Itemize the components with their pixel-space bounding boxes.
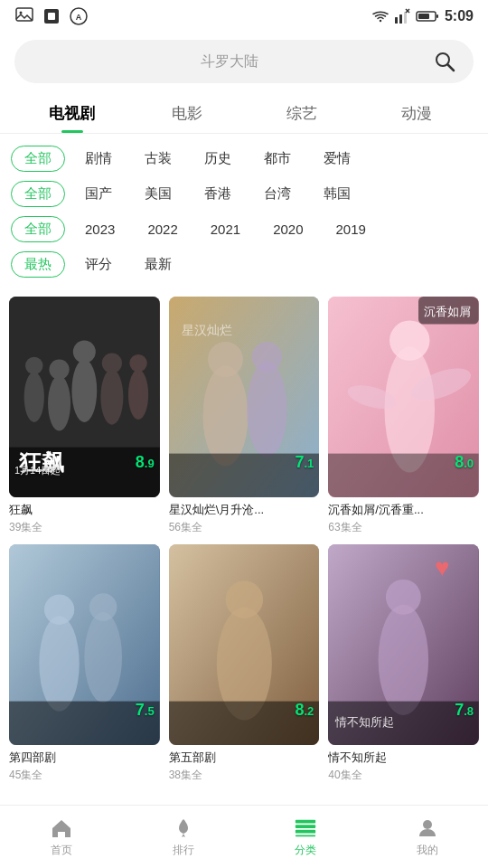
svg-rect-3 <box>48 13 55 20</box>
filter-genre-city[interactable]: 都市 <box>251 146 304 171</box>
filter-region-all[interactable]: 全部 <box>11 181 65 207</box>
filter-region-tw[interactable]: 台湾 <box>251 182 304 206</box>
search-button[interactable] <box>430 47 459 76</box>
svg-point-56 <box>386 580 421 615</box>
card-sub-6: 40集全 <box>328 768 479 783</box>
nav-item-profile[interactable]: 我的 <box>366 816 488 858</box>
filter-region-us[interactable]: 美国 <box>132 182 184 206</box>
card-rating-1: 8.9 <box>136 453 155 472</box>
svg-text:情不知所起: 情不知所起 <box>335 717 395 730</box>
filter-genre-romance[interactable]: 爱情 <box>311 146 363 171</box>
wifi-icon <box>372 8 389 24</box>
search-placeholder: 斗罗大陆 <box>29 52 430 71</box>
card-thumb-2: 星汉灿烂 7.1 <box>169 297 320 497</box>
filter-sort-rating[interactable]: 评分 <box>72 252 125 277</box>
svg-point-31 <box>208 342 243 377</box>
filter-year-all[interactable]: 全部 <box>11 216 65 242</box>
movie-card-6[interactable]: ♥ 情不知所起 7.8 情不知所起 40集全 <box>328 544 479 783</box>
profile-icon <box>416 816 439 840</box>
svg-point-33 <box>251 342 281 372</box>
movie-card-5[interactable]: 8.2 第五部剧 38集全 <box>169 544 320 783</box>
filter-section: 全部 剧情 古装 历史 都市 爱情 全部 国产 美国 香港 台湾 韩国 全部 2… <box>0 134 488 286</box>
nav-item-home[interactable]: 首页 <box>0 816 122 858</box>
movie-card-3[interactable]: 沉香如屑 8.0 沉香如屑/沉香重... 63集全 <box>328 297 479 535</box>
filter-year-2022[interactable]: 2022 <box>135 218 190 241</box>
nav-label-category: 分类 <box>295 843 316 858</box>
search-input-wrap[interactable]: 斗罗大陆 <box>14 40 474 83</box>
card-rating-5: 8.2 <box>295 701 314 720</box>
tab-movie[interactable]: 电影 <box>129 94 244 133</box>
svg-point-24 <box>102 353 122 373</box>
filter-sort-hot[interactable]: 最热 <box>11 251 65 278</box>
filter-year-2020[interactable]: 2020 <box>260 218 315 241</box>
filter-genre-drama[interactable]: 剧情 <box>72 146 125 171</box>
card-sub-2: 56集全 <box>169 520 320 535</box>
svg-point-21 <box>71 359 97 421</box>
filter-region-hk[interactable]: 香港 <box>192 182 244 206</box>
category-icon <box>294 816 317 840</box>
filter-region-kr[interactable]: 韩国 <box>311 182 363 206</box>
svg-rect-63 <box>295 835 314 836</box>
svg-rect-12 <box>418 14 429 19</box>
filter-row-year: 全部 2023 2022 2021 2020 2019 <box>0 212 488 247</box>
svg-rect-60 <box>295 819 314 823</box>
movie-card-1[interactable]: 狂飙 8.9 1月14日起 狂飙 39集全 <box>9 297 160 535</box>
filter-year-2023[interactable]: 2023 <box>72 218 127 241</box>
svg-point-64 <box>423 820 432 829</box>
filter-region-china[interactable]: 国产 <box>72 182 125 206</box>
nav-label-rank: 排行 <box>173 843 194 858</box>
filter-year-2021[interactable]: 2021 <box>198 218 253 241</box>
svg-point-20 <box>49 359 69 379</box>
card-title-3: 沉香如屑/沉香重... <box>328 502 479 518</box>
rank-icon <box>172 816 195 840</box>
card-date-1: 1月14日起 <box>14 464 61 477</box>
svg-text:沉香如屑: 沉香如屑 <box>424 306 471 318</box>
svg-point-22 <box>73 341 96 363</box>
tab-tv[interactable]: 电视剧 <box>14 94 129 133</box>
nav-label-home: 首页 <box>51 843 72 858</box>
content-grid: 狂飙 8.9 1月14日起 狂飙 39集全 <box>0 286 488 783</box>
battery-icon <box>416 10 439 23</box>
search-icon <box>434 51 455 72</box>
movie-card-4[interactable]: 7.5 第四部剧 45集全 <box>9 544 160 783</box>
svg-rect-7 <box>399 14 402 24</box>
movie-card-2[interactable]: 星汉灿烂 7.1 星汉灿烂\月升沧... 56集全 <box>169 297 320 535</box>
svg-rect-61 <box>295 825 314 828</box>
card-title-2: 星汉灿烂\月升沧... <box>169 502 320 518</box>
status-left-icons: A <box>14 6 89 26</box>
svg-rect-13 <box>436 14 438 18</box>
card-title-6: 情不知所起 <box>328 750 479 766</box>
svg-point-38 <box>389 320 429 360</box>
card-sub-5: 38集全 <box>169 768 320 783</box>
card-rating-6: 7.8 <box>455 701 474 720</box>
filter-row-sort: 最热 评分 最新 <box>0 247 488 282</box>
nav-label-profile: 我的 <box>417 843 438 858</box>
filter-row-region: 全部 国产 美国 香港 台湾 韩国 <box>0 176 488 212</box>
filter-genre-history[interactable]: 历史 <box>192 146 244 171</box>
filter-sort-new[interactable]: 最新 <box>132 252 184 277</box>
tab-anime[interactable]: 动漫 <box>359 94 474 133</box>
svg-point-32 <box>247 362 286 458</box>
svg-line-15 <box>448 65 455 71</box>
svg-point-52 <box>225 580 263 618</box>
svg-point-47 <box>84 612 122 703</box>
filter-genre-all[interactable]: 全部 <box>11 146 65 172</box>
search-bar: 斗罗大陆 <box>0 33 488 94</box>
nav-item-rank[interactable]: 排行 <box>122 816 244 858</box>
card-thumb-3: 沉香如屑 8.0 <box>328 297 479 497</box>
filter-year-2019[interactable]: 2019 <box>324 218 379 241</box>
nav-item-category[interactable]: 分类 <box>244 816 366 858</box>
status-bar: A 5:09 <box>0 0 488 33</box>
time-display: 5:09 <box>445 8 474 24</box>
svg-text:♥: ♥ <box>435 553 450 581</box>
svg-point-26 <box>129 354 146 372</box>
card-thumb-6: ♥ 情不知所起 7.8 <box>328 544 479 745</box>
svg-point-55 <box>379 605 429 715</box>
card-title-1: 狂飙 <box>9 502 160 518</box>
svg-rect-6 <box>395 17 398 24</box>
svg-rect-62 <box>295 829 314 833</box>
svg-point-18 <box>25 357 42 374</box>
tab-variety[interactable]: 综艺 <box>244 94 359 133</box>
status-right-icons: 5:09 <box>372 8 474 24</box>
filter-genre-costume[interactable]: 古装 <box>132 146 184 171</box>
